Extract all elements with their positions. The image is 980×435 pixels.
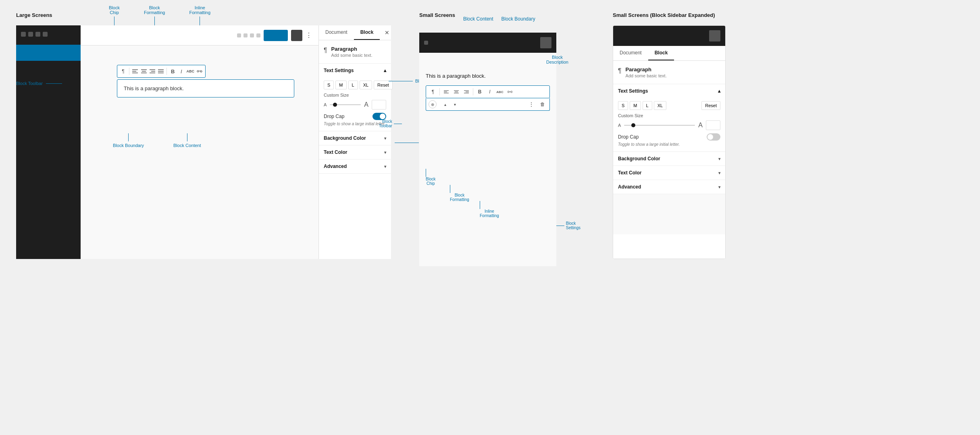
toggle-knob (380, 114, 385, 119)
sse-size-m[interactable]: M (630, 101, 641, 110)
toolbar-align-left-icon[interactable] (132, 67, 139, 76)
advanced-chevron: ▾ (384, 164, 386, 169)
svg-rect-13 (200, 70, 202, 72)
sse-text-settings-header[interactable]: Text Settings ▴ (613, 84, 725, 98)
small-screens-label: Small Screens (419, 12, 455, 18)
toolbar-bold-icon[interactable]: B (169, 67, 176, 76)
ss-sep2 (473, 88, 473, 95)
toolbar-align-right-icon[interactable] (149, 67, 156, 76)
size-btn-m[interactable]: M (335, 81, 346, 89)
sse-text-settings: Text Settings ▴ S M L XL Reset Custom Si… (613, 84, 725, 152)
panel-close-button[interactable]: ✕ (380, 25, 394, 40)
sse-size-slider[interactable] (624, 125, 695, 126)
size-btn-xl[interactable]: XL (360, 81, 372, 89)
sse-tab-block[interactable]: Block (648, 46, 674, 60)
custom-size-label: Custom Size (324, 93, 386, 97)
sse-advanced[interactable]: Advanced ▾ (613, 180, 725, 194)
size-slider[interactable] (330, 104, 361, 105)
ss-block-toolbar-label: Block Toolbar (379, 119, 392, 128)
sidebar-dot-2 (28, 32, 33, 37)
panel-text-color[interactable]: Text Color ▾ (319, 145, 391, 160)
toolbar-paragraph-icon[interactable]: ¶ (120, 67, 127, 76)
sse-background-color[interactable]: Background Color ▾ (613, 152, 725, 166)
ss-toolbar-align-l[interactable] (442, 87, 451, 96)
ss-settings-btn[interactable] (540, 37, 551, 48)
block-content: This is a paragraph block. (117, 79, 294, 97)
panel-block-title: Paragraph (331, 46, 372, 52)
toolbar-align-justify-icon[interactable] (157, 67, 164, 76)
block-toolbar: ¶ (117, 65, 206, 78)
sse-panel-content: Document Block ¶ Paragraph Add some basi… (613, 46, 725, 259)
sse-block-title: Paragraph (626, 66, 667, 72)
drop-cap-description: Toggle to show a large initial letter. (324, 122, 386, 126)
sidebar-dot-3 (35, 32, 40, 37)
sse-size-s[interactable]: S (618, 101, 628, 110)
sse-block-subtitle: Add some basic text. (626, 73, 667, 78)
sse-empty-space (613, 194, 725, 234)
ss-toolbar-italic[interactable]: I (485, 87, 494, 96)
toolbar-abc-icon[interactable]: ABC (186, 67, 194, 76)
block-toolbar-label: Block Toolbar (16, 81, 43, 86)
ss-toolbar-abc[interactable]: ABC (495, 87, 504, 96)
small-screens-expanded-label: Small Screens (Block Sidebar Expanded) (613, 12, 726, 18)
panel-tabs: Document Block ✕ (319, 25, 391, 40)
sse-drop-cap-label: Drop Cap (618, 134, 639, 140)
sse-topbar (613, 26, 725, 46)
ss-paragraph-text: This is a paragraph block. (426, 73, 550, 79)
ss-toolbar-align-c[interactable] (452, 87, 461, 96)
sse-size-xl[interactable]: XL (654, 101, 666, 110)
ss-toolbar-para[interactable]: ¶ (429, 87, 437, 96)
sse-drop-cap-desc: Toggle to show a large initial letter. (618, 142, 720, 147)
sse-drop-cap-toggle[interactable] (707, 133, 720, 141)
size-slider-handle[interactable] (333, 103, 337, 107)
sse-size-a-large: A (698, 122, 703, 129)
panel-tab-document[interactable]: Document (319, 25, 354, 40)
svg-rect-23 (508, 91, 509, 93)
ls-sidebar-panel: Document Block ✕ ¶ Paragraph Add some ba… (318, 25, 391, 259)
toolbar-italic-icon[interactable]: I (178, 67, 185, 76)
ss-toolbar-link[interactable] (506, 87, 514, 96)
topbar-publish-button[interactable] (264, 30, 288, 41)
sse-size-input[interactable] (706, 120, 720, 130)
toolbar-separator-1 (129, 68, 129, 75)
ss-move-down[interactable]: ▾ (450, 100, 459, 109)
block-content-label: Block Content (173, 143, 201, 148)
topbar-more-icon[interactable]: ⋮ (306, 31, 312, 39)
small-screens-block-boundary-label: Block Boundary (501, 16, 535, 22)
toolbar-link-icon[interactable] (196, 67, 203, 76)
panel-paragraph-icon: ¶ (324, 47, 327, 54)
panel-tab-block[interactable]: Block (354, 25, 380, 40)
sse-slider-handle[interactable] (631, 123, 635, 127)
size-input[interactable] (372, 100, 386, 110)
sse-settings-btn[interactable] (709, 30, 720, 41)
topbar-dot-2 (243, 33, 248, 37)
panel-text-settings-header[interactable]: Text Settings ▴ (319, 64, 391, 77)
size-btn-l[interactable]: L (348, 81, 358, 89)
ss-move-up[interactable]: ▴ (441, 100, 449, 109)
panel-advanced[interactable]: Advanced ▾ (319, 160, 391, 174)
sse-text-color-chevron: ▾ (718, 171, 720, 175)
sse-tab-document[interactable]: Document (613, 46, 648, 60)
ls-topbar: ⋮ (81, 25, 318, 46)
ls-sidebar (16, 25, 81, 259)
sse-size-l[interactable]: L (643, 101, 652, 110)
sse-text-color[interactable]: Text Color ▾ (613, 166, 725, 180)
toolbar-separator-2 (166, 68, 167, 75)
sse-bg-chevron: ▾ (718, 157, 720, 161)
sse-reset-btn[interactable]: Reset (701, 101, 720, 110)
ss-toolbar-bold[interactable]: B (475, 87, 484, 96)
ss-more-btn[interactable]: ⋮ (527, 100, 536, 109)
toolbar-align-center-icon[interactable] (140, 67, 147, 76)
large-screens-section: Large Screens Block Chip Block Formattin… (16, 12, 371, 266)
topbar-settings-button[interactable] (291, 30, 302, 41)
panel-background-color[interactable]: Background Color ▾ (319, 131, 391, 145)
ss-trash-btn[interactable]: 🗑 (538, 100, 547, 109)
sidebar-highlight (16, 45, 81, 61)
sse-chevron-up: ▴ (718, 88, 720, 94)
large-screens-frame: ⋮ Block Toolbar ¶ (16, 25, 371, 259)
size-btn-s[interactable]: S (324, 81, 334, 89)
ss-block-icon-btn[interactable]: ⊕ (429, 100, 437, 108)
ss-toolbar-align-r[interactable] (462, 87, 471, 96)
ss-block-formatting-label: Block Formatting (450, 193, 469, 202)
text-color-chevron: ▾ (384, 150, 386, 155)
